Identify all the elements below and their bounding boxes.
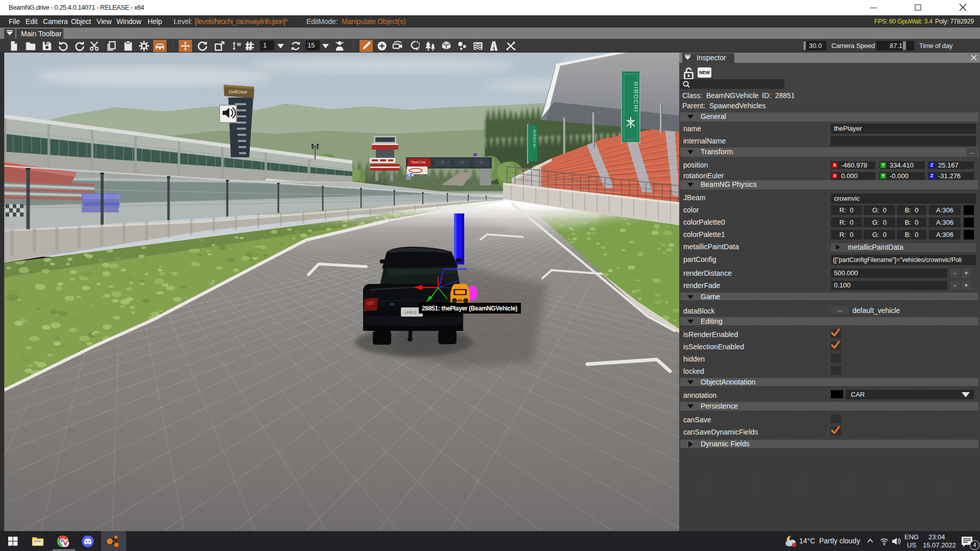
svg-text:TastiCola: TastiCola bbox=[411, 160, 425, 164]
svg-text:28851: thePlayer (BeamNGVehicl: 28851: thePlayer (BeamNGVehicle) bbox=[422, 305, 517, 312]
svg-text:HIROCHI: HIROCHI bbox=[533, 130, 536, 149]
svg-text:LHB11: LHB11 bbox=[404, 310, 417, 315]
svg-text:w: w bbox=[236, 41, 241, 47]
svg-text:DriftGear: DriftGear bbox=[229, 89, 248, 94]
svg-text:HIROCHI: HIROCHI bbox=[633, 82, 639, 112]
